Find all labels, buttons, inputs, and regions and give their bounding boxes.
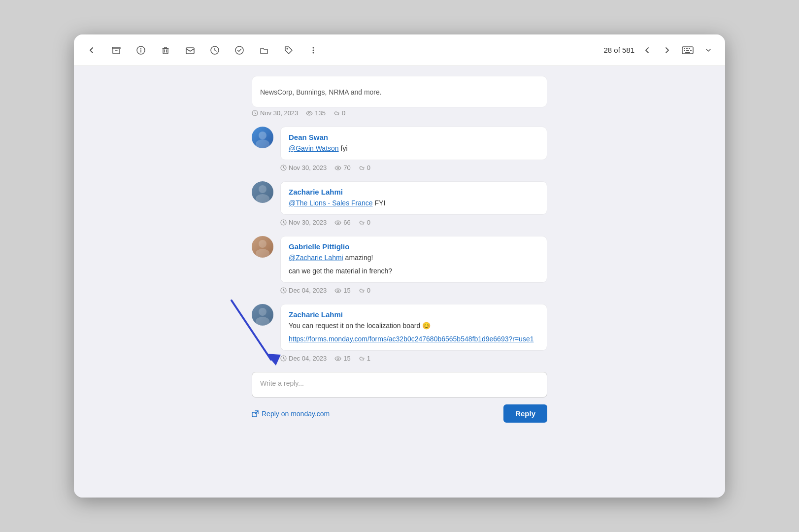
folder-icon[interactable] [256, 42, 272, 58]
meta-date-c3: Dec 04, 2023 [280, 287, 327, 294]
thread-container: NewsCorp, Bunnings, NRMA and more. Nov 3… [252, 76, 547, 423]
svg-rect-18 [685, 52, 690, 53]
top-likes: 0 [342, 109, 345, 117]
pagination-info: 28 of 581 [603, 46, 634, 54]
reply-section: Reply on monday.com Reply [252, 372, 547, 423]
comment-meta-3: Dec 04, 2023 15 0 [252, 287, 547, 294]
avatar-2 [252, 181, 273, 203]
svg-point-8 [313, 47, 314, 48]
meta-views-top: 135 [306, 109, 326, 117]
comment-meta-2: Nov 30, 2023 66 0 [252, 219, 547, 226]
dropdown-arrow[interactable] [701, 43, 715, 57]
checkmark-icon[interactable] [232, 42, 247, 58]
svg-point-6 [235, 46, 243, 54]
comment-text-3: @Zacharie Lahmi amazing! [289, 253, 539, 263]
external-link-icon [252, 410, 259, 417]
mention-link-2[interactable]: @The Lions - Sales France [289, 199, 373, 207]
comment-bubble-2: Zacharie Lahmi @The Lions - Sales France… [280, 181, 547, 215]
svg-rect-12 [684, 48, 685, 49]
comment-text-2: @The Lions - Sales France FYI [289, 198, 539, 208]
meta-likes-c2: 0 [359, 219, 370, 226]
comment-meta-4: Dec 04, 2023 15 1 [252, 355, 547, 362]
info-icon[interactable] [133, 42, 149, 58]
reply-input[interactable] [252, 372, 547, 398]
comment-entry-1: Dean Swan @Gavin Watson fyi [252, 127, 547, 160]
svg-rect-17 [690, 50, 692, 51]
meta-views-c1: 70 [334, 164, 350, 171]
main-content: NewsCorp, Bunnings, NRMA and more. Nov 3… [74, 66, 725, 498]
comment-author-4: Zacharie Lahmi [289, 310, 539, 319]
svg-point-2 [140, 48, 141, 49]
top-post-card: NewsCorp, Bunnings, NRMA and more. [252, 76, 547, 107]
comment-link-4: https://forms.monday.com/forms/ac32b0c24… [289, 334, 539, 344]
meta-views-c2: 66 [334, 219, 350, 226]
comment-bubble-1: Dean Swan @Gavin Watson fyi [280, 127, 547, 160]
truncated-post-text: NewsCorp, Bunnings, NRMA and more. [260, 83, 539, 98]
svg-rect-3 [163, 48, 168, 54]
next-button[interactable] [660, 43, 674, 57]
svg-rect-0 [112, 47, 120, 49]
sidebar-left [74, 66, 133, 498]
meta-date-c1: Nov 30, 2023 [280, 164, 327, 171]
svg-point-24 [337, 222, 339, 224]
meta-likes-c1: 0 [359, 164, 370, 171]
back-button[interactable] [84, 42, 100, 58]
toolbar-left [84, 42, 603, 58]
archive-icon[interactable] [108, 42, 124, 58]
svg-rect-4 [186, 48, 194, 54]
svg-rect-13 [686, 48, 688, 49]
truncated-post-meta: Nov 30, 2023 135 0 [252, 109, 547, 117]
toolbar-right: 28 of 581 [603, 42, 715, 58]
comment-entry-4: Zacharie Lahmi You can request it on the… [252, 304, 547, 351]
svg-rect-16 [686, 50, 689, 51]
avatar-3 [252, 236, 273, 258]
comment-author-2: Zacharie Lahmi [289, 188, 539, 196]
top-views: 135 [315, 109, 326, 117]
mail-icon[interactable] [182, 42, 198, 58]
svg-point-7 [287, 48, 288, 49]
svg-point-22 [337, 167, 339, 169]
comment-meta-1: Nov 30, 2023 70 0 [252, 164, 547, 171]
comment-bubble-4: Zacharie Lahmi You can request it on the… [280, 304, 547, 351]
content-area: NewsCorp, Bunnings, NRMA and more. Nov 3… [133, 66, 666, 498]
svg-rect-14 [689, 48, 690, 49]
meta-date-c2: Nov 30, 2023 [280, 219, 327, 226]
avatar-1 [252, 127, 273, 148]
meta-views-c4: 15 [334, 355, 350, 362]
comment-bubble-3: Gabrielle Pittiglio @Zacharie Lahmi amaz… [280, 236, 547, 283]
sidebar-right [666, 66, 725, 498]
svg-point-28 [337, 358, 339, 360]
top-date: Nov 30, 2023 [260, 109, 298, 117]
svg-point-9 [313, 49, 314, 51]
clock-icon[interactable] [207, 42, 223, 58]
comment-entry-3: Gabrielle Pittiglio @Zacharie Lahmi amaz… [252, 236, 547, 283]
localization-link[interactable]: https://forms.monday.com/forms/ac32b0c24… [289, 335, 533, 343]
mention-link-1[interactable]: @Gavin Watson [289, 144, 339, 152]
meta-likes-c3: 0 [359, 287, 370, 294]
svg-point-26 [337, 290, 339, 292]
prev-button[interactable] [640, 43, 654, 57]
comment-author-1: Dean Swan [289, 133, 539, 141]
comment-text-1: @Gavin Watson fyi [289, 143, 539, 154]
mention-link-3[interactable]: @Zacharie Lahmi [289, 254, 343, 262]
trash-icon[interactable] [158, 42, 173, 58]
reply-footer: Reply on monday.com Reply [252, 404, 547, 423]
meta-views-c3: 15 [334, 287, 350, 294]
avatar-4 [252, 304, 273, 326]
reply-on-monday-label: Reply on monday.com [262, 410, 330, 418]
reply-button[interactable]: Reply [503, 404, 547, 423]
comment-entry-2: Zacharie Lahmi @The Lions - Sales France… [252, 181, 547, 215]
keyboard-icon[interactable] [680, 42, 696, 58]
svg-point-20 [309, 112, 311, 114]
meta-likes-top: 0 [333, 109, 345, 117]
svg-rect-15 [684, 50, 685, 51]
reply-on-monday-link[interactable]: Reply on monday.com [252, 410, 330, 418]
meta-date-c4: Dec 04, 2023 [280, 355, 327, 362]
meta-date-top: Nov 30, 2023 [252, 109, 298, 117]
meta-likes-c4: 1 [359, 355, 370, 362]
tag-icon[interactable] [281, 42, 297, 58]
comment-text-3b: can we get the material in french? [289, 266, 539, 276]
more-icon[interactable] [305, 42, 321, 58]
toolbar: 28 of 581 [74, 34, 725, 66]
svg-point-10 [313, 52, 314, 53]
